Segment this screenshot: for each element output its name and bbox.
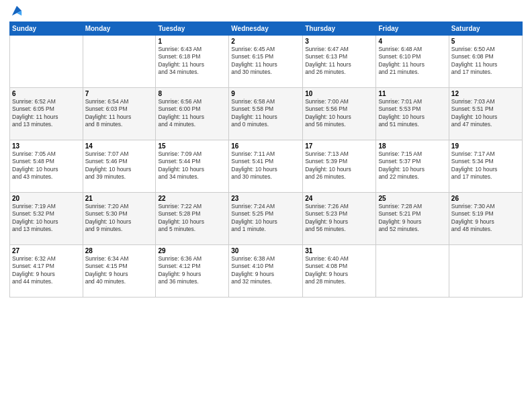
calendar-cell: 1Sunrise: 6:43 AM Sunset: 6:18 PM Daylig… (156, 35, 229, 87)
calendar-cell: 30Sunrise: 6:38 AM Sunset: 4:10 PM Dayli… (229, 244, 303, 297)
day-number: 31 (305, 247, 373, 255)
calendar-cell: 8Sunrise: 6:56 AM Sunset: 6:00 PM Daylig… (156, 87, 229, 140)
day-info: Sunrise: 7:03 AM Sunset: 5:51 PM Dayligh… (451, 98, 520, 129)
day-info: Sunrise: 7:07 AM Sunset: 5:46 PM Dayligh… (85, 150, 154, 181)
calendar-cell: 16Sunrise: 7:11 AM Sunset: 5:41 PM Dayli… (229, 140, 303, 192)
calendar-cell (83, 35, 156, 87)
day-info: Sunrise: 7:17 AM Sunset: 5:34 PM Dayligh… (451, 150, 520, 181)
calendar-cell: 14Sunrise: 7:07 AM Sunset: 5:46 PM Dayli… (83, 140, 156, 192)
calendar-cell: 31Sunrise: 6:40 AM Sunset: 4:08 PM Dayli… (303, 244, 376, 297)
day-number: 27 (12, 247, 81, 255)
logo (9, 7, 23, 17)
day-info: Sunrise: 6:48 AM Sunset: 6:10 PM Dayligh… (378, 46, 446, 77)
day-info: Sunrise: 6:58 AM Sunset: 5:58 PM Dayligh… (231, 98, 300, 129)
day-number: 14 (85, 142, 154, 150)
day-number: 30 (231, 247, 300, 255)
day-info: Sunrise: 7:01 AM Sunset: 5:53 PM Dayligh… (378, 98, 446, 129)
calendar-cell: 25Sunrise: 7:28 AM Sunset: 5:21 PM Dayli… (376, 192, 449, 244)
day-info: Sunrise: 6:52 AM Sunset: 6:05 PM Dayligh… (12, 98, 81, 129)
day-number: 18 (378, 142, 446, 150)
day-info: Sunrise: 7:22 AM Sunset: 5:28 PM Dayligh… (158, 203, 226, 234)
day-info: Sunrise: 7:19 AM Sunset: 5:32 PM Dayligh… (12, 203, 81, 234)
day-number: 23 (231, 195, 300, 202)
calendar-cell: 17Sunrise: 7:13 AM Sunset: 5:39 PM Dayli… (303, 140, 376, 192)
day-of-week-header: Wednesday (229, 21, 303, 35)
logo-icon (11, 5, 23, 17)
day-number: 26 (451, 195, 520, 202)
day-number: 20 (12, 195, 81, 202)
day-of-week-header: Saturday (449, 21, 522, 35)
day-of-week-header: Monday (83, 21, 156, 35)
day-of-week-header: Friday (376, 21, 449, 35)
day-number: 3 (305, 38, 373, 45)
page: SundayMondayTuesdayWednesdayThursdayFrid… (0, 0, 532, 411)
day-info: Sunrise: 7:09 AM Sunset: 5:44 PM Dayligh… (158, 150, 226, 181)
day-number: 8 (158, 90, 226, 97)
calendar-cell: 6Sunrise: 6:52 AM Sunset: 6:05 PM Daylig… (10, 87, 83, 140)
calendar-cell: 23Sunrise: 7:24 AM Sunset: 5:25 PM Dayli… (229, 192, 303, 244)
day-number: 16 (231, 142, 300, 150)
calendar-cell: 22Sunrise: 7:22 AM Sunset: 5:28 PM Dayli… (156, 192, 229, 244)
calendar-cell: 13Sunrise: 7:05 AM Sunset: 5:48 PM Dayli… (10, 140, 83, 192)
day-of-week-header: Thursday (303, 21, 376, 35)
day-info: Sunrise: 6:54 AM Sunset: 6:03 PM Dayligh… (85, 98, 154, 129)
day-number: 10 (305, 90, 373, 97)
calendar-week-row: 27Sunrise: 6:32 AM Sunset: 4:17 PM Dayli… (10, 244, 523, 297)
day-number: 24 (305, 195, 373, 202)
day-info: Sunrise: 6:45 AM Sunset: 6:15 PM Dayligh… (231, 46, 300, 77)
calendar-week-row: 13Sunrise: 7:05 AM Sunset: 5:48 PM Dayli… (10, 140, 523, 192)
day-of-week-header: Sunday (10, 21, 83, 35)
day-number: 2 (231, 38, 300, 45)
day-info: Sunrise: 7:05 AM Sunset: 5:48 PM Dayligh… (12, 150, 81, 181)
day-number: 15 (158, 142, 226, 150)
calendar-week-row: 1Sunrise: 6:43 AM Sunset: 6:18 PM Daylig… (10, 35, 523, 87)
day-number: 6 (12, 90, 81, 97)
calendar-cell: 15Sunrise: 7:09 AM Sunset: 5:44 PM Dayli… (156, 140, 229, 192)
calendar-cell: 19Sunrise: 7:17 AM Sunset: 5:34 PM Dayli… (449, 140, 522, 192)
day-number: 28 (85, 247, 154, 255)
day-number: 9 (231, 90, 300, 97)
day-number: 29 (158, 247, 226, 255)
calendar-header-row: SundayMondayTuesdayWednesdayThursdayFrid… (10, 21, 523, 35)
day-info: Sunrise: 7:13 AM Sunset: 5:39 PM Dayligh… (305, 150, 373, 181)
calendar-cell: 24Sunrise: 7:26 AM Sunset: 5:23 PM Dayli… (303, 192, 376, 244)
day-number: 5 (451, 38, 520, 45)
calendar-cell: 11Sunrise: 7:01 AM Sunset: 5:53 PM Dayli… (376, 87, 449, 140)
day-number: 7 (85, 90, 154, 97)
day-info: Sunrise: 7:24 AM Sunset: 5:25 PM Dayligh… (231, 203, 300, 234)
day-info: Sunrise: 6:34 AM Sunset: 4:15 PM Dayligh… (85, 255, 154, 286)
calendar-cell (449, 244, 522, 297)
calendar-cell: 5Sunrise: 6:50 AM Sunset: 6:08 PM Daylig… (449, 35, 522, 87)
calendar-cell: 21Sunrise: 7:20 AM Sunset: 5:30 PM Dayli… (83, 192, 156, 244)
day-number: 11 (378, 90, 446, 97)
day-info: Sunrise: 7:11 AM Sunset: 5:41 PM Dayligh… (231, 150, 300, 181)
calendar-cell: 29Sunrise: 6:36 AM Sunset: 4:12 PM Dayli… (156, 244, 229, 297)
day-number: 25 (378, 195, 446, 202)
day-number: 13 (12, 142, 81, 150)
day-info: Sunrise: 7:15 AM Sunset: 5:37 PM Dayligh… (378, 150, 446, 181)
day-number: 21 (85, 195, 154, 202)
calendar-week-row: 20Sunrise: 7:19 AM Sunset: 5:32 PM Dayli… (10, 192, 523, 244)
day-number: 4 (378, 38, 446, 45)
day-info: Sunrise: 7:30 AM Sunset: 5:19 PM Dayligh… (451, 203, 520, 234)
day-info: Sunrise: 7:26 AM Sunset: 5:23 PM Dayligh… (305, 203, 373, 234)
header (9, 7, 523, 17)
day-info: Sunrise: 6:40 AM Sunset: 4:08 PM Dayligh… (305, 255, 373, 286)
calendar-cell: 26Sunrise: 7:30 AM Sunset: 5:19 PM Dayli… (449, 192, 522, 244)
calendar-cell: 28Sunrise: 6:34 AM Sunset: 4:15 PM Dayli… (83, 244, 156, 297)
calendar-table: SundayMondayTuesdayWednesdayThursdayFrid… (9, 21, 523, 298)
day-info: Sunrise: 6:38 AM Sunset: 4:10 PM Dayligh… (231, 255, 300, 286)
calendar-cell (10, 35, 83, 87)
day-info: Sunrise: 6:32 AM Sunset: 4:17 PM Dayligh… (12, 255, 81, 286)
day-number: 17 (305, 142, 373, 150)
day-of-week-header: Tuesday (156, 21, 229, 35)
calendar-cell: 12Sunrise: 7:03 AM Sunset: 5:51 PM Dayli… (449, 87, 522, 140)
day-info: Sunrise: 6:56 AM Sunset: 6:00 PM Dayligh… (158, 98, 226, 129)
calendar-cell: 20Sunrise: 7:19 AM Sunset: 5:32 PM Dayli… (10, 192, 83, 244)
calendar-cell: 7Sunrise: 6:54 AM Sunset: 6:03 PM Daylig… (83, 87, 156, 140)
day-info: Sunrise: 7:20 AM Sunset: 5:30 PM Dayligh… (85, 203, 154, 234)
day-info: Sunrise: 6:43 AM Sunset: 6:18 PM Dayligh… (158, 46, 226, 77)
day-info: Sunrise: 6:36 AM Sunset: 4:12 PM Dayligh… (158, 255, 226, 286)
calendar-cell: 27Sunrise: 6:32 AM Sunset: 4:17 PM Dayli… (10, 244, 83, 297)
calendar-cell: 2Sunrise: 6:45 AM Sunset: 6:15 PM Daylig… (229, 35, 303, 87)
